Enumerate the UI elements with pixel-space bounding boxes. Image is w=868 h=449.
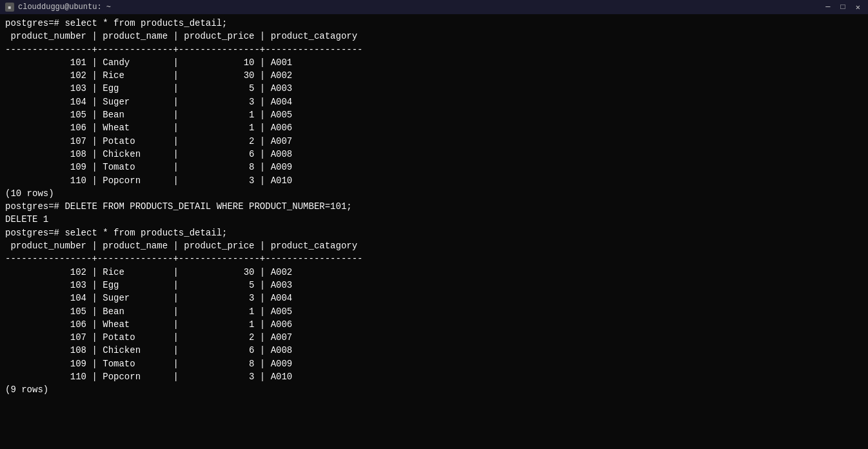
terminal-line: 109 | Tomato | 8 | A009	[5, 357, 863, 370]
maximize-button[interactable]: □	[838, 3, 848, 12]
terminal-line: 110 | Popcorn | 3 | A010	[5, 174, 863, 187]
minimize-button[interactable]: ─	[823, 3, 833, 12]
terminal-line: 104 | Suger | 3 | A004	[5, 292, 863, 304]
terminal-line: 105 | Bean | 1 | A005	[5, 108, 863, 121]
terminal-line: postgres=# select * from products_detail…	[5, 17, 863, 30]
terminal-line: 106 | Wheat | 1 | A006	[5, 121, 863, 134]
terminal[interactable]: postgres=# select * from products_detail…	[0, 14, 868, 449]
terminal-line: 103 | Egg | 5 | A003	[5, 279, 863, 292]
terminal-line: 110 | Popcorn | 3 | A010	[5, 370, 863, 383]
terminal-line: 107 | Potato | 2 | A007	[5, 135, 863, 148]
terminal-line: 108 | Chicken | 6 | A008	[5, 148, 863, 161]
terminal-line: DELETE 1	[5, 213, 863, 226]
terminal-line: 102 | Rice | 30 | A002	[5, 266, 863, 279]
terminal-line: 101 | Candy | 10 | A001	[5, 56, 863, 69]
title-bar-controls: ─ □ ✕	[823, 3, 863, 12]
terminal-line: ----------------+--------------+--------…	[5, 252, 863, 265]
terminal-line: 106 | Wheat | 1 | A006	[5, 318, 863, 331]
terminal-line: ----------------+--------------+--------…	[5, 43, 863, 56]
terminal-line: postgres=# DELETE FROM PRODUCTS_DETAIL W…	[5, 200, 863, 213]
terminal-line: 104 | Suger | 3 | A004	[5, 95, 863, 108]
terminal-line: postgres=# select * from products_detail…	[5, 226, 863, 239]
terminal-line: (9 rows)	[5, 383, 863, 396]
title-bar: ■ cloudduggu@ubuntu: ~ ─ □ ✕	[0, 0, 868, 14]
terminal-line: 107 | Potato | 2 | A007	[5, 331, 863, 344]
terminal-line: 109 | Tomato | 8 | A009	[5, 161, 863, 174]
terminal-line: (10 rows)	[5, 187, 863, 200]
window-title: cloudduggu@ubuntu: ~	[18, 3, 111, 12]
title-bar-left: ■ cloudduggu@ubuntu: ~	[5, 3, 111, 12]
terminal-line: 103 | Egg | 5 | A003	[5, 82, 863, 95]
close-button[interactable]: ✕	[853, 3, 863, 12]
terminal-line: product_number | product_name | product_…	[5, 30, 863, 43]
terminal-icon: ■	[5, 3, 14, 12]
terminal-line: 102 | Rice | 30 | A002	[5, 69, 863, 82]
terminal-line: product_number | product_name | product_…	[5, 239, 863, 252]
terminal-line: 105 | Bean | 1 | A005	[5, 305, 863, 318]
terminal-line: 108 | Chicken | 6 | A008	[5, 344, 863, 357]
